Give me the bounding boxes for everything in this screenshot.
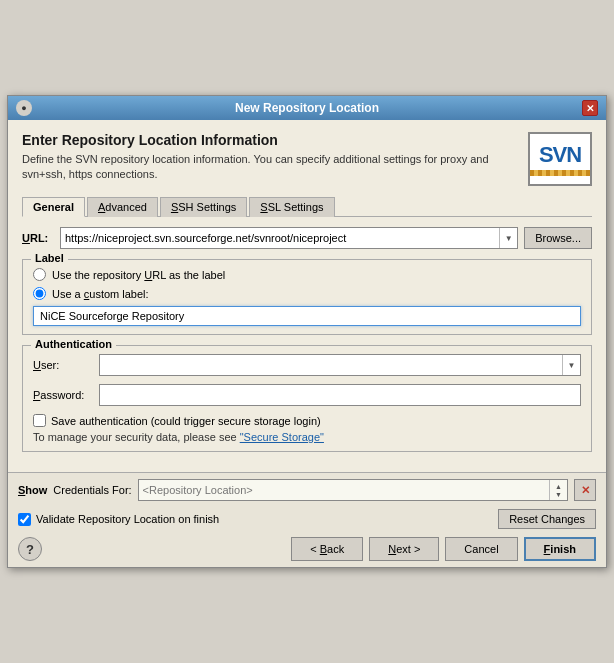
main-window: ● New Repository Location ✕ Enter Reposi… xyxy=(7,95,607,568)
tab-ssl[interactable]: SSL Settings xyxy=(249,197,334,217)
tabs-container: General Advanced SSH Settings SSL Settin… xyxy=(22,196,592,217)
user-combo: ▼ xyxy=(99,354,581,376)
header-text: Enter Repository Location Information De… xyxy=(22,132,518,183)
auth-group-title: Authentication xyxy=(31,338,116,350)
show-label: Show xyxy=(18,484,47,496)
navigation-buttons: < Back Next > Cancel Finish xyxy=(291,537,596,561)
window-title: New Repository Location xyxy=(32,101,582,115)
save-auth-label: Save authentication (could trigger secur… xyxy=(51,415,321,427)
radio-url-label: Use the repository URL as the label xyxy=(52,269,225,281)
radio-url-input[interactable] xyxy=(33,268,46,281)
validate-row: Validate Repository Location on finish R… xyxy=(18,509,596,529)
show-credentials-row: Show Credentials For: ▲ ▼ ✕ xyxy=(18,479,596,501)
titlebar: ● New Repository Location ✕ xyxy=(8,96,606,120)
security-link-row: To manage your security data, please see… xyxy=(33,431,581,443)
back-button[interactable]: < Back xyxy=(291,537,363,561)
header-title: Enter Repository Location Information xyxy=(22,132,518,148)
label-group-title: Label xyxy=(31,252,68,264)
finish-button[interactable]: Finish xyxy=(524,537,596,561)
custom-label-input[interactable] xyxy=(33,306,581,326)
password-input[interactable] xyxy=(99,384,581,406)
header-desc: Define the SVN repository location infor… xyxy=(22,152,518,183)
reset-button[interactable]: Reset Changes xyxy=(498,509,596,529)
tab-advanced[interactable]: Advanced xyxy=(87,197,158,217)
user-row: User: ▼ xyxy=(33,354,581,376)
url-label: URL: xyxy=(22,232,54,244)
label-group: Label Use the repository URL as the labe… xyxy=(22,259,592,335)
close-button[interactable]: ✕ xyxy=(582,100,598,116)
svn-logo: SVN xyxy=(528,132,592,186)
user-input[interactable] xyxy=(100,355,562,375)
validate-label: Validate Repository Location on finish xyxy=(36,513,219,525)
header-section: Enter Repository Location Information De… xyxy=(22,132,592,186)
radio-custom-row: Use a custom label: xyxy=(33,287,581,300)
secure-storage-link[interactable]: "Secure Storage" xyxy=(240,431,324,443)
password-row: Password: xyxy=(33,384,581,406)
browse-button[interactable]: Browse... xyxy=(524,227,592,249)
save-auth-checkbox[interactable] xyxy=(33,414,46,427)
svn-logo-bar xyxy=(530,170,590,176)
window-icon: ● xyxy=(16,100,32,116)
password-label: Password: xyxy=(33,389,93,401)
tab-ssh[interactable]: SSH Settings xyxy=(160,197,247,217)
svn-logo-text: SVN xyxy=(539,142,581,168)
credentials-clear-button[interactable]: ✕ xyxy=(574,479,596,501)
tab-general[interactable]: General xyxy=(22,197,85,217)
security-text: To manage your security data, please see xyxy=(33,431,240,443)
url-input[interactable] xyxy=(61,228,499,248)
url-combo: ▼ xyxy=(60,227,518,249)
save-auth-row: Save authentication (could trigger secur… xyxy=(33,414,581,427)
radio-custom-label: Use a custom label: xyxy=(52,288,149,300)
button-row: ? < Back Next > Cancel Finish xyxy=(18,537,596,561)
validate-checkbox[interactable] xyxy=(18,513,31,526)
user-label: User: xyxy=(33,359,93,371)
credentials-for-label: Credentials For: xyxy=(53,484,131,496)
credentials-combo: ▲ ▼ xyxy=(138,479,568,501)
url-dropdown-arrow[interactable]: ▼ xyxy=(499,228,517,248)
credentials-dropdown-arrow[interactable]: ▲ ▼ xyxy=(549,480,567,500)
main-content: Enter Repository Location Information De… xyxy=(8,120,606,472)
url-row: URL: ▼ Browse... xyxy=(22,227,592,249)
validate-left: Validate Repository Location on finish xyxy=(18,513,219,526)
radio-custom-input[interactable] xyxy=(33,287,46,300)
next-button[interactable]: Next > xyxy=(369,537,439,561)
auth-group: Authentication User: ▼ Password: Save au… xyxy=(22,345,592,452)
user-dropdown-arrow[interactable]: ▼ xyxy=(562,355,580,375)
help-button[interactable]: ? xyxy=(18,537,42,561)
credentials-input[interactable] xyxy=(139,480,549,500)
bottom-bar: Show Credentials For: ▲ ▼ ✕ Validate Rep… xyxy=(8,472,606,567)
cancel-button[interactable]: Cancel xyxy=(445,537,517,561)
radio-url-row: Use the repository URL as the label xyxy=(33,268,581,281)
